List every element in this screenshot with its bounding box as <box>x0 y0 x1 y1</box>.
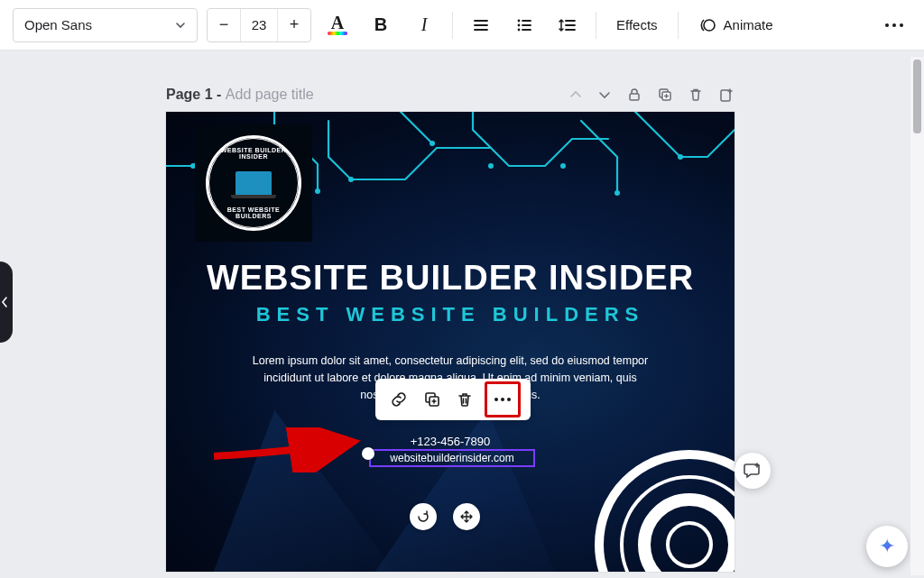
svg-rect-7 <box>721 90 730 101</box>
comment-plus-icon <box>743 461 762 481</box>
bold-button[interactable]: B <box>364 8 398 42</box>
page-title-placeholder: Add page title <box>226 87 314 102</box>
svg-point-14 <box>614 190 620 196</box>
svg-point-2 <box>518 28 521 31</box>
badge-circle: WEBSITE BUILDER INSIDER BEST WEBSITE BUI… <box>206 135 301 231</box>
page-number-label: Page 1 - <box>166 87 226 102</box>
vertical-scrollbar[interactable] <box>910 57 924 575</box>
link-icon <box>389 390 409 409</box>
scroll-thumb[interactable] <box>913 60 921 133</box>
text-color-letter-icon: A <box>331 15 344 30</box>
separator <box>596 12 596 39</box>
trash-icon[interactable] <box>688 87 704 103</box>
page-title[interactable]: Page 1 - Add page title <box>166 87 314 103</box>
link-button[interactable] <box>385 386 412 413</box>
svg-rect-4 <box>630 94 639 100</box>
website-value: websitebuilderinsider.com <box>390 452 513 464</box>
svg-point-12 <box>488 163 494 169</box>
laptop-icon <box>236 171 272 195</box>
dot-icon <box>900 23 903 27</box>
rotate-icon <box>416 509 430 524</box>
separator <box>678 12 679 39</box>
assistant-button[interactable]: ✦ <box>866 526 908 567</box>
font-size-stepper: − 23 + <box>207 8 311 42</box>
badge-bottom-text: BEST WEBSITE BUILDERS <box>208 206 299 219</box>
bullet-list-icon <box>515 16 533 34</box>
svg-point-0 <box>518 19 521 22</box>
font-family-value: Open Sans <box>24 17 92 32</box>
italic-icon: I <box>421 14 428 35</box>
element-more-button-highlighted[interactable] <box>485 381 521 417</box>
top-toolbar: Open Sans − 23 + A B I Effects <box>0 0 924 50</box>
triangle-decoration <box>172 396 404 572</box>
dot-icon <box>501 398 504 401</box>
effects-button[interactable]: Effects <box>607 8 667 42</box>
animate-button[interactable]: Animate <box>689 8 782 42</box>
expand-side-panel-button[interactable] <box>0 261 13 343</box>
subheading-text[interactable]: BEST WEBSITE BUILDERS <box>166 303 735 326</box>
svg-point-15 <box>678 154 683 160</box>
website-text-selected[interactable]: websitebuilderinsider.com <box>369 449 535 467</box>
svg-point-3 <box>704 20 715 31</box>
page-header: Page 1 - Add page title <box>166 81 735 108</box>
list-button[interactable] <box>507 8 541 42</box>
add-comment-button[interactable] <box>735 453 771 489</box>
animate-label: Animate <box>724 17 773 32</box>
duplicate-button[interactable] <box>419 386 446 413</box>
line-spacing-icon <box>558 16 578 34</box>
duplicate-icon <box>423 390 441 408</box>
add-page-icon[interactable] <box>718 87 735 103</box>
dot-icon <box>892 23 896 27</box>
dot-icon <box>494 398 498 401</box>
transform-controls <box>410 503 480 530</box>
element-floating-toolbar <box>375 379 531 420</box>
svg-point-9 <box>315 188 320 194</box>
duplicate-icon[interactable] <box>657 87 673 103</box>
bold-icon: B <box>374 14 387 35</box>
dot-icon <box>885 23 889 27</box>
trash-icon <box>456 390 474 408</box>
svg-point-13 <box>560 163 566 169</box>
lock-icon[interactable] <box>626 87 642 103</box>
font-size-increase-button[interactable]: + <box>278 9 310 41</box>
chevron-left-icon <box>0 296 9 308</box>
page-actions <box>568 87 735 103</box>
heading-text[interactable]: WEBSITE BUILDER INSIDER <box>166 259 735 298</box>
delete-button[interactable] <box>451 386 478 413</box>
chevron-down-icon <box>175 20 186 31</box>
svg-point-20 <box>668 523 711 566</box>
spacing-button[interactable] <box>550 8 585 42</box>
separator <box>452 12 453 39</box>
move-handle[interactable] <box>453 503 480 530</box>
svg-point-1 <box>518 23 521 26</box>
toolbar-more-button[interactable] <box>877 8 911 42</box>
dot-icon <box>507 398 511 401</box>
svg-point-19 <box>644 500 735 572</box>
chevron-down-icon[interactable] <box>597 87 612 102</box>
italic-button[interactable]: I <box>407 8 441 42</box>
badge-top-text: WEBSITE BUILDER INSIDER <box>208 147 299 160</box>
font-size-decrease-button[interactable]: − <box>208 9 240 41</box>
animate-icon <box>698 16 716 34</box>
chevron-up-icon[interactable] <box>568 87 583 102</box>
annotation-arrow <box>209 427 372 472</box>
svg-point-11 <box>430 141 435 146</box>
font-family-picker[interactable]: Open Sans <box>13 8 198 42</box>
logo-badge[interactable]: WEBSITE BUILDER INSIDER BEST WEBSITE BUI… <box>195 124 312 242</box>
font-size-value[interactable]: 23 <box>240 9 278 41</box>
svg-point-10 <box>348 177 354 182</box>
align-icon <box>472 16 490 34</box>
alignment-button[interactable] <box>464 8 498 42</box>
rainbow-underline-icon <box>328 32 347 35</box>
text-color-button[interactable]: A <box>320 8 355 42</box>
move-icon <box>459 509 474 524</box>
sparkle-icon: ✦ <box>879 535 895 558</box>
rotate-handle[interactable] <box>410 503 437 530</box>
